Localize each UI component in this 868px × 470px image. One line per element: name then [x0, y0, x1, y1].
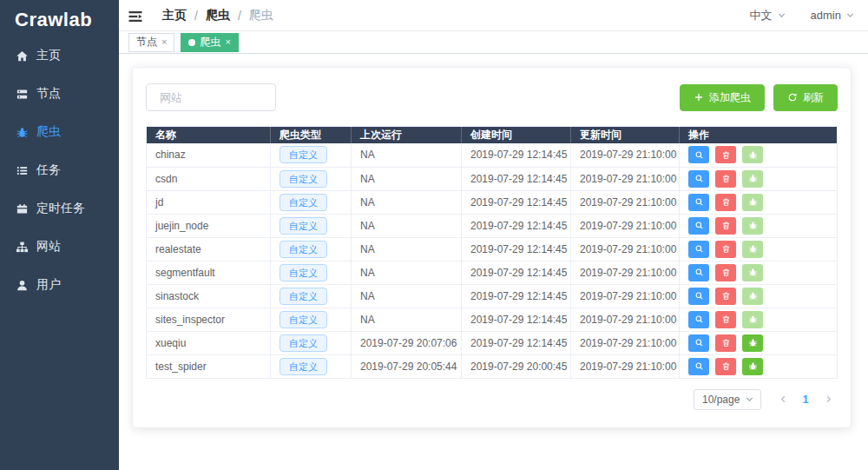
last-run-value: 2019-07-29 20:05:44 — [360, 361, 457, 373]
actions-cell — [680, 308, 838, 331]
run-spider-button[interactable] — [742, 358, 763, 375]
last-run-value: NA — [360, 290, 375, 302]
spider-type-tag: 自定义 — [279, 358, 327, 375]
sidebar-item-users[interactable]: 用户 — [0, 266, 119, 304]
page-number[interactable]: 1 — [796, 393, 815, 406]
sidebar-item-sites[interactable]: 网站 — [0, 228, 119, 266]
last-run-value: NA — [360, 196, 375, 209]
user-menu[interactable]: admin — [811, 9, 855, 22]
run-spider-button[interactable] — [742, 170, 763, 188]
actions-cell — [680, 354, 838, 378]
delete-spider-button[interactable] — [715, 311, 736, 328]
last-run-cell: NA — [352, 261, 462, 284]
sidebar-item-schedules[interactable]: 定时任务 — [0, 189, 119, 228]
created-value: 2019-07-29 12:14:45 — [470, 149, 567, 161]
tab-nodes[interactable]: 节点 × — [128, 33, 174, 52]
created-value: 2019-07-29 12:14:45 — [470, 314, 567, 326]
run-spider-button[interactable] — [742, 241, 763, 258]
view-spider-button[interactable] — [688, 241, 709, 258]
actions-cell — [680, 261, 838, 284]
last-run-value: NA — [360, 314, 375, 326]
sidebar-item-nodes[interactable]: 节点 — [0, 75, 119, 113]
view-spider-button[interactable] — [688, 264, 709, 281]
bug-icon — [748, 221, 758, 230]
sidebar-toggle-icon[interactable] — [128, 9, 143, 23]
refresh-button[interactable]: 刷新 — [773, 84, 838, 111]
breadcrumb-home[interactable]: 主页 — [162, 8, 187, 23]
view-spider-button[interactable] — [688, 194, 709, 211]
add-spider-button[interactable]: 添加爬虫 — [680, 84, 765, 111]
spider-type-cell: 自定义 — [271, 167, 352, 190]
actions-cell — [680, 143, 838, 167]
spider-type-tag: 自定义 — [279, 217, 327, 235]
spider-name: juejin_node — [155, 220, 208, 232]
tab-spiders[interactable]: 爬虫 × — [181, 33, 238, 52]
search-icon — [694, 338, 704, 348]
column-header-created: 创建时间 — [462, 127, 571, 144]
created-value: 2019-07-29 12:14:45 — [470, 337, 567, 349]
run-spider-button[interactable] — [742, 288, 763, 305]
spider-type-tag: 自定义 — [279, 146, 327, 163]
prev-page-button[interactable] — [773, 389, 792, 410]
language-selector[interactable]: 中文 — [750, 8, 786, 23]
page-size-select[interactable]: 10/page — [694, 389, 761, 410]
sidebar-item-spiders[interactable]: 爬虫 — [0, 113, 119, 151]
page-size-value: 10/page — [702, 394, 740, 406]
view-spider-button[interactable] — [688, 288, 709, 305]
view-spider-button[interactable] — [688, 334, 709, 352]
last-run-cell: NA — [352, 143, 462, 167]
updated-cell: 2019-07-29 21:10:00 — [571, 143, 680, 167]
sidebar-item-tasks[interactable]: 任务 — [0, 151, 119, 189]
top-header: 主页 / 爬虫 / 爬虫 中文 admin — [119, 0, 868, 31]
user-menu-label: admin — [811, 9, 841, 22]
delete-spider-button[interactable] — [715, 358, 736, 375]
search-input[interactable] — [146, 83, 276, 111]
breadcrumb-separator: / — [238, 9, 241, 23]
sidebar-item-label: 主页 — [36, 48, 61, 63]
delete-spider-button[interactable] — [715, 334, 736, 352]
created-value: 2019-07-29 12:14:45 — [470, 196, 567, 209]
breadcrumb: 主页 / 爬虫 / 爬虫 — [162, 8, 273, 23]
sidebar-item-label: 定时任务 — [36, 201, 85, 216]
delete-spider-button[interactable] — [715, 217, 736, 235]
spider-name: jd — [155, 196, 163, 209]
sidebar-item-label: 用户 — [36, 277, 61, 293]
delete-spider-button[interactable] — [715, 194, 736, 211]
run-spider-button[interactable] — [742, 194, 763, 211]
delete-spider-button[interactable] — [715, 241, 736, 258]
last-run-cell: NA — [352, 190, 462, 214]
table-row: juejin_node 自定义 NA 2019-07-29 12:14:45 2… — [147, 214, 838, 237]
table-header-row: 名称 爬虫类型 上次运行 创建时间 更新时间 操作 — [147, 127, 838, 144]
spider-name: sinastock — [155, 290, 199, 302]
next-page-button[interactable] — [819, 389, 838, 410]
created-cell: 2019-07-29 12:14:45 — [462, 214, 571, 237]
view-spider-button[interactable] — [688, 217, 709, 235]
last-run-cell: 2019-07-29 20:07:06 — [352, 331, 462, 354]
run-spider-button[interactable] — [742, 334, 763, 352]
delete-spider-button[interactable] — [715, 170, 736, 188]
run-spider-button[interactable] — [742, 311, 763, 328]
trash-icon — [721, 150, 731, 160]
spider-name: csdn — [155, 173, 177, 185]
sidebar-item-home[interactable]: 主页 — [0, 36, 119, 75]
spider-type-tag: 自定义 — [279, 311, 327, 328]
delete-spider-button[interactable] — [715, 264, 736, 281]
refresh-label: 刷新 — [803, 90, 824, 105]
view-spider-button[interactable] — [688, 311, 709, 328]
created-value: 2019-07-29 12:14:45 — [470, 290, 567, 302]
run-spider-button[interactable] — [742, 146, 763, 163]
delete-spider-button[interactable] — [715, 288, 736, 305]
view-spider-button[interactable] — [688, 146, 709, 163]
view-spider-button[interactable] — [688, 358, 709, 375]
breadcrumb-spiders[interactable]: 爬虫 — [206, 8, 230, 23]
spider-type-tag: 自定义 — [279, 334, 327, 352]
last-run-value: NA — [360, 149, 375, 161]
run-spider-button[interactable] — [742, 217, 763, 235]
trash-icon — [721, 314, 731, 324]
delete-spider-button[interactable] — [715, 146, 736, 163]
close-icon[interactable]: × — [161, 37, 167, 47]
run-spider-button[interactable] — [742, 264, 763, 281]
view-spider-button[interactable] — [688, 170, 709, 188]
plus-icon — [694, 92, 704, 103]
close-icon[interactable]: × — [225, 37, 230, 47]
